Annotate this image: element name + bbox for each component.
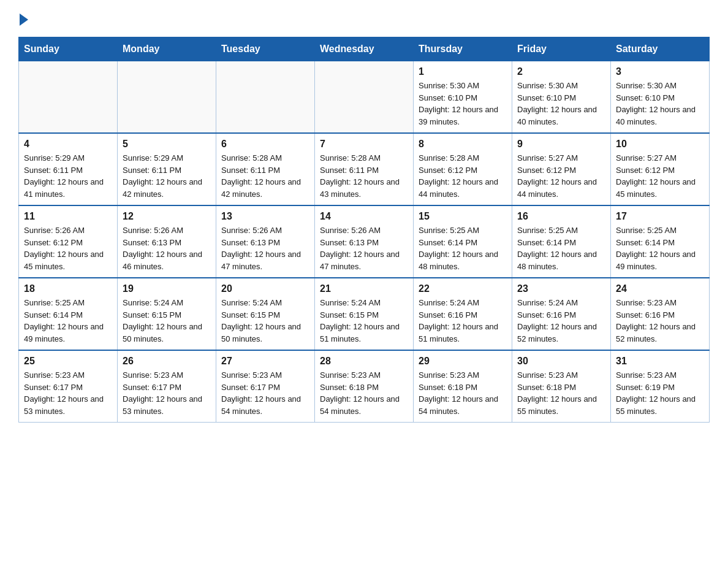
calendar-header-monday: Monday	[118, 37, 216, 61]
calendar-cell: 10Sunrise: 5:27 AM Sunset: 6:12 PM Dayli…	[611, 133, 710, 205]
calendar-header-wednesday: Wednesday	[315, 37, 414, 61]
day-number: 27	[221, 356, 309, 367]
logo-triangle-icon	[20, 13, 28, 26]
day-info: Sunrise: 5:23 AM Sunset: 6:18 PM Dayligh…	[419, 369, 507, 417]
calendar-cell: 28Sunrise: 5:23 AM Sunset: 6:18 PM Dayli…	[315, 350, 414, 423]
calendar-header-sunday: Sunday	[19, 37, 118, 61]
day-number: 24	[616, 283, 704, 294]
day-number: 31	[616, 356, 704, 367]
calendar-cell: 30Sunrise: 5:23 AM Sunset: 6:18 PM Dayli…	[512, 350, 611, 423]
calendar-week-row: 1Sunrise: 5:30 AM Sunset: 6:10 PM Daylig…	[19, 61, 710, 134]
calendar-week-row: 18Sunrise: 5:25 AM Sunset: 6:14 PM Dayli…	[19, 278, 710, 350]
day-number: 13	[221, 211, 309, 222]
day-number: 25	[24, 356, 112, 367]
day-info: Sunrise: 5:29 AM Sunset: 6:11 PM Dayligh…	[123, 152, 211, 200]
day-number: 19	[123, 283, 211, 294]
calendar-cell: 3Sunrise: 5:30 AM Sunset: 6:10 PM Daylig…	[611, 61, 710, 134]
calendar-cell	[216, 61, 315, 134]
calendar-cell: 22Sunrise: 5:24 AM Sunset: 6:16 PM Dayli…	[414, 278, 512, 350]
day-number: 18	[24, 283, 112, 294]
day-number: 28	[320, 356, 408, 367]
day-info: Sunrise: 5:30 AM Sunset: 6:10 PM Dayligh…	[419, 80, 507, 128]
calendar-cell: 1Sunrise: 5:30 AM Sunset: 6:10 PM Daylig…	[414, 61, 512, 134]
day-info: Sunrise: 5:23 AM Sunset: 6:16 PM Dayligh…	[616, 297, 704, 345]
calendar-cell: 12Sunrise: 5:26 AM Sunset: 6:13 PM Dayli…	[118, 205, 216, 278]
day-info: Sunrise: 5:24 AM Sunset: 6:15 PM Dayligh…	[320, 297, 408, 345]
day-number: 16	[517, 211, 605, 222]
calendar-cell: 8Sunrise: 5:28 AM Sunset: 6:12 PM Daylig…	[414, 133, 512, 205]
calendar-cell	[315, 61, 414, 134]
calendar-header-row: SundayMondayTuesdayWednesdayThursdayFrid…	[19, 37, 710, 61]
calendar-header-saturday: Saturday	[611, 37, 710, 61]
calendar-cell: 23Sunrise: 5:24 AM Sunset: 6:16 PM Dayli…	[512, 278, 611, 350]
calendar-header-thursday: Thursday	[414, 37, 512, 61]
day-number: 7	[320, 139, 408, 150]
day-number: 29	[419, 356, 507, 367]
calendar-cell: 5Sunrise: 5:29 AM Sunset: 6:11 PM Daylig…	[118, 133, 216, 205]
calendar-cell: 4Sunrise: 5:29 AM Sunset: 6:11 PM Daylig…	[19, 133, 118, 205]
day-info: Sunrise: 5:26 AM Sunset: 6:13 PM Dayligh…	[320, 224, 408, 272]
day-info: Sunrise: 5:23 AM Sunset: 6:18 PM Dayligh…	[320, 369, 408, 417]
day-number: 14	[320, 211, 408, 222]
day-info: Sunrise: 5:24 AM Sunset: 6:16 PM Dayligh…	[419, 297, 507, 345]
calendar-cell: 24Sunrise: 5:23 AM Sunset: 6:16 PM Dayli…	[611, 278, 710, 350]
calendar-cell: 15Sunrise: 5:25 AM Sunset: 6:14 PM Dayli…	[414, 205, 512, 278]
day-number: 5	[123, 139, 211, 150]
calendar-header-tuesday: Tuesday	[216, 37, 315, 61]
day-number: 26	[123, 356, 211, 367]
calendar-cell	[118, 61, 216, 134]
calendar-cell: 7Sunrise: 5:28 AM Sunset: 6:11 PM Daylig…	[315, 133, 414, 205]
day-info: Sunrise: 5:27 AM Sunset: 6:12 PM Dayligh…	[517, 152, 605, 200]
calendar-week-row: 4Sunrise: 5:29 AM Sunset: 6:11 PM Daylig…	[19, 133, 710, 205]
day-info: Sunrise: 5:25 AM Sunset: 6:14 PM Dayligh…	[24, 297, 112, 345]
calendar-cell: 29Sunrise: 5:23 AM Sunset: 6:18 PM Dayli…	[414, 350, 512, 423]
day-number: 21	[320, 283, 408, 294]
calendar-cell: 13Sunrise: 5:26 AM Sunset: 6:13 PM Dayli…	[216, 205, 315, 278]
calendar-cell: 26Sunrise: 5:23 AM Sunset: 6:17 PM Dayli…	[118, 350, 216, 423]
day-number: 12	[123, 211, 211, 222]
calendar-cell: 9Sunrise: 5:27 AM Sunset: 6:12 PM Daylig…	[512, 133, 611, 205]
calendar-cell: 19Sunrise: 5:24 AM Sunset: 6:15 PM Dayli…	[118, 278, 216, 350]
calendar-cell: 18Sunrise: 5:25 AM Sunset: 6:14 PM Dayli…	[19, 278, 118, 350]
calendar-table: SundayMondayTuesdayWednesdayThursdayFrid…	[18, 37, 710, 423]
day-info: Sunrise: 5:29 AM Sunset: 6:11 PM Dayligh…	[24, 152, 112, 200]
day-info: Sunrise: 5:23 AM Sunset: 6:17 PM Dayligh…	[221, 369, 309, 417]
calendar-cell: 16Sunrise: 5:25 AM Sunset: 6:14 PM Dayli…	[512, 205, 611, 278]
day-info: Sunrise: 5:24 AM Sunset: 6:15 PM Dayligh…	[221, 297, 309, 345]
calendar-cell: 6Sunrise: 5:28 AM Sunset: 6:11 PM Daylig…	[216, 133, 315, 205]
day-number: 9	[517, 139, 605, 150]
calendar-cell: 21Sunrise: 5:24 AM Sunset: 6:15 PM Dayli…	[315, 278, 414, 350]
day-number: 10	[616, 139, 704, 150]
day-info: Sunrise: 5:27 AM Sunset: 6:12 PM Dayligh…	[616, 152, 704, 200]
day-number: 30	[517, 356, 605, 367]
day-info: Sunrise: 5:24 AM Sunset: 6:15 PM Dayligh…	[123, 297, 211, 345]
calendar-cell: 25Sunrise: 5:23 AM Sunset: 6:17 PM Dayli…	[19, 350, 118, 423]
day-info: Sunrise: 5:23 AM Sunset: 6:17 PM Dayligh…	[123, 369, 211, 417]
day-number: 2	[517, 66, 605, 77]
day-number: 15	[419, 211, 507, 222]
day-info: Sunrise: 5:23 AM Sunset: 6:19 PM Dayligh…	[616, 369, 704, 417]
calendar-cell: 20Sunrise: 5:24 AM Sunset: 6:15 PM Dayli…	[216, 278, 315, 350]
calendar-cell: 14Sunrise: 5:26 AM Sunset: 6:13 PM Dayli…	[315, 205, 414, 278]
day-info: Sunrise: 5:23 AM Sunset: 6:17 PM Dayligh…	[24, 369, 112, 417]
calendar-week-row: 11Sunrise: 5:26 AM Sunset: 6:12 PM Dayli…	[19, 205, 710, 278]
day-number: 23	[517, 283, 605, 294]
day-info: Sunrise: 5:26 AM Sunset: 6:13 PM Dayligh…	[221, 224, 309, 272]
calendar-cell: 2Sunrise: 5:30 AM Sunset: 6:10 PM Daylig…	[512, 61, 611, 134]
day-info: Sunrise: 5:25 AM Sunset: 6:14 PM Dayligh…	[419, 224, 507, 272]
logo	[18, 12, 28, 26]
day-info: Sunrise: 5:30 AM Sunset: 6:10 PM Dayligh…	[616, 80, 704, 128]
header	[18, 12, 710, 26]
calendar-cell: 27Sunrise: 5:23 AM Sunset: 6:17 PM Dayli…	[216, 350, 315, 423]
calendar-cell: 17Sunrise: 5:25 AM Sunset: 6:14 PM Dayli…	[611, 205, 710, 278]
day-number: 8	[419, 139, 507, 150]
day-info: Sunrise: 5:24 AM Sunset: 6:16 PM Dayligh…	[517, 297, 605, 345]
day-info: Sunrise: 5:28 AM Sunset: 6:11 PM Dayligh…	[221, 152, 309, 200]
day-info: Sunrise: 5:26 AM Sunset: 6:13 PM Dayligh…	[123, 224, 211, 272]
day-number: 1	[419, 66, 507, 77]
day-info: Sunrise: 5:28 AM Sunset: 6:12 PM Dayligh…	[419, 152, 507, 200]
day-info: Sunrise: 5:26 AM Sunset: 6:12 PM Dayligh…	[24, 224, 112, 272]
calendar-header-friday: Friday	[512, 37, 611, 61]
day-info: Sunrise: 5:23 AM Sunset: 6:18 PM Dayligh…	[517, 369, 605, 417]
day-number: 20	[221, 283, 309, 294]
